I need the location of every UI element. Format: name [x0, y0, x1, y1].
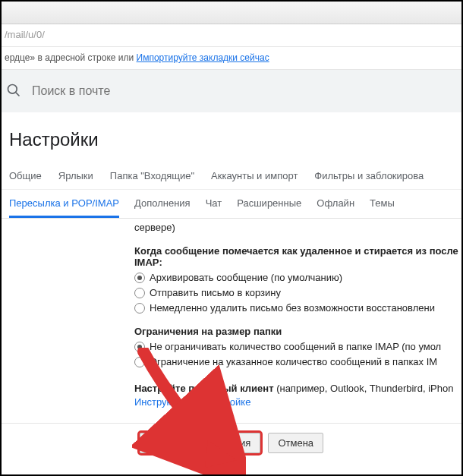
url-text: /mail/u/0/ [5, 29, 45, 40]
tab-inbox[interactable]: Папка "Входящие" [110, 164, 194, 189]
radio-limit[interactable] [134, 357, 145, 367]
page-title: Настройки [2, 112, 461, 164]
tab-fwd-pop-imap[interactable]: Пересылка и POP/IMAP [9, 190, 119, 218]
tab-advanced[interactable]: Расширенные [237, 190, 301, 218]
server-snippet: сервере) [134, 219, 461, 233]
opt-delete-now-label: Немедленно удалить письмо без возможност… [150, 302, 435, 314]
radio-trash[interactable] [134, 288, 145, 298]
search-input[interactable] [32, 84, 335, 98]
tab-chat[interactable]: Чат [206, 190, 222, 218]
svg-point-0 [8, 84, 17, 93]
deleted-heading: Когда сообщение помечается как удаленное… [134, 245, 461, 268]
tab-general[interactable]: Общие [9, 164, 42, 189]
search-bar[interactable] [2, 70, 461, 112]
tab-filters[interactable]: Фильтры и заблокирова [314, 164, 424, 189]
browser-toolbar [2, 2, 461, 24]
url-bar[interactable]: /mail/u/0/ [2, 24, 461, 47]
folder-limit-heading: Ограничения на размер папки [134, 326, 461, 337]
tab-labels[interactable]: Ярлыки [58, 164, 93, 189]
settings-content: сервере) Когда сообщение помечается как … [2, 219, 461, 408]
save-button[interactable]: Сохранить изменения [140, 433, 261, 453]
search-icon [6, 83, 21, 100]
radio-archive[interactable] [134, 273, 145, 283]
bookmark-bar-hint: ердце» в адресной строке или Импортируйт… [2, 47, 461, 70]
opt-archive-label: Архивировать сообщение (по умолчанию) [150, 272, 342, 283]
bookmark-hint-text: ердце» в адресной строке или [5, 52, 137, 63]
tab-accounts[interactable]: Аккаунты и импорт [211, 164, 298, 189]
client-instructions-link[interactable]: Инструкции по настройке [134, 396, 250, 408]
import-bookmarks-link[interactable]: Импортируйте закладки сейчас [137, 52, 269, 63]
radio-delete-now[interactable] [134, 303, 145, 314]
settings-tabs-row2: Пересылка и POP/IMAP Дополнения Чат Расш… [2, 190, 461, 219]
client-examples: (например, Outlook, Thunderbird, iPhon [274, 383, 454, 394]
radio-no-limit[interactable] [134, 342, 145, 352]
footer-actions: Сохранить изменения Отмена [2, 423, 461, 465]
cancel-button[interactable]: Отмена [268, 433, 323, 453]
tab-addons[interactable]: Дополнения [134, 190, 191, 218]
tab-themes[interactable]: Темы [370, 190, 395, 218]
opt-no-limit-label: Не ограничивать количество сообщений в п… [150, 341, 441, 352]
client-heading: Настройте почтовый клиент [134, 383, 274, 394]
opt-limit-label: Ограничение на указанное количество сооб… [150, 356, 437, 367]
svg-line-1 [16, 92, 20, 96]
tab-offline[interactable]: Офлайн [317, 190, 354, 218]
opt-trash-label: Отправить письмо в корзину [150, 287, 281, 298]
settings-tabs-row1: Общие Ярлыки Папка "Входящие" Аккаунты и… [2, 164, 461, 190]
